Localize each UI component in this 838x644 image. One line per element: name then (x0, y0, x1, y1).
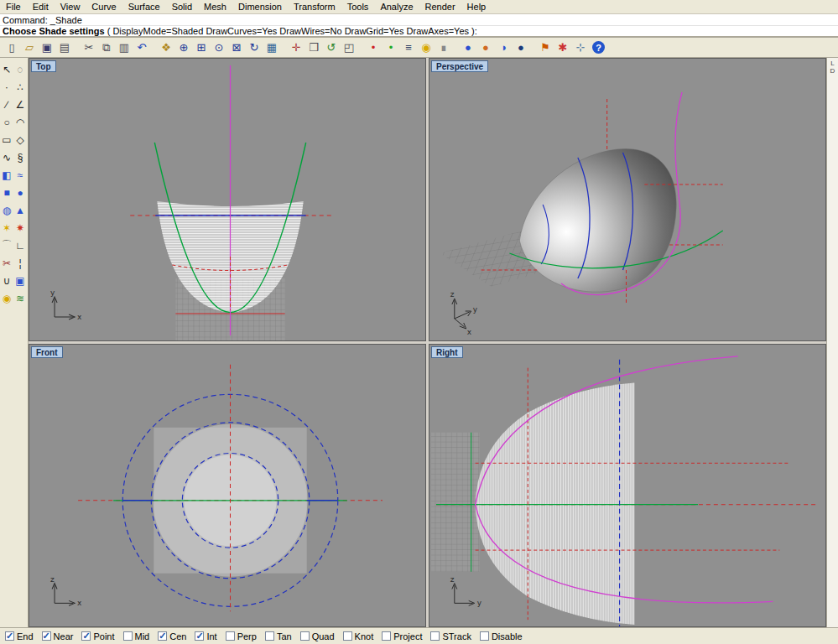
front-viewport-canvas[interactable]: z x (29, 345, 425, 626)
osnap-tan[interactable]: Tan (265, 631, 292, 641)
viewport-layout-icon[interactable]: ▦ (263, 39, 280, 56)
menu-analyze[interactable]: Analyze (374, 1, 419, 13)
osnap-checkbox[interactable] (195, 631, 204, 641)
menu-dimension[interactable]: Dimension (232, 1, 288, 13)
render-preview-icon[interactable]: ◑ (495, 39, 512, 56)
chamfer-icon[interactable]: ∟ (13, 236, 27, 254)
osnap-checkbox[interactable] (42, 631, 51, 641)
polygon-icon[interactable]: ◇ (13, 131, 27, 148)
osnap-project[interactable]: Project (382, 631, 422, 641)
menu-help[interactable]: Help (461, 1, 492, 13)
fillet-icon[interactable]: ⌒ (0, 236, 13, 254)
osnap-checkbox[interactable] (480, 631, 489, 641)
osnap-knot[interactable]: Knot (343, 631, 374, 641)
save-icon[interactable]: ▣ (39, 39, 55, 56)
split-icon[interactable]: ¦ (13, 254, 27, 272)
top-viewport-canvas[interactable]: y x (29, 59, 425, 340)
group-icon[interactable]: ▣ (13, 272, 27, 289)
osnap-checkbox[interactable] (226, 631, 235, 641)
surface-icon[interactable]: ◧ (0, 166, 13, 184)
red-point-icon[interactable]: • (365, 39, 382, 56)
help-icon[interactable]: ? (592, 41, 605, 54)
polyline-icon[interactable]: ∠ (13, 96, 27, 113)
rectangle-icon[interactable]: ▭ (0, 131, 13, 148)
panel-tab-label[interactable]: L (827, 60, 838, 67)
circle-icon[interactable]: ○ (0, 113, 13, 131)
copy-icon[interactable]: ⧉ (98, 39, 115, 56)
viewport-right[interactable]: Right (429, 344, 826, 627)
osnap-quad[interactable]: Quad (300, 631, 335, 641)
osnap-disable[interactable]: Disable (480, 631, 523, 641)
osnap-checkbox[interactable] (5, 631, 14, 641)
lock-icon[interactable]: ∎ (435, 39, 452, 56)
menu-curve[interactable]: Curve (86, 1, 122, 13)
menu-surface[interactable]: Surface (122, 1, 166, 13)
zoom-extents-icon[interactable]: ⊠ (228, 39, 245, 56)
viewport-tab-perspective[interactable]: Perspective (431, 60, 488, 72)
viewport-tab-front[interactable]: Front (31, 346, 63, 358)
loft-icon[interactable]: ≈ (13, 166, 27, 184)
freeform-curve-icon[interactable]: ∿ (0, 148, 13, 166)
hide-object-icon[interactable]: ◉ (0, 289, 13, 307)
menu-tools[interactable]: Tools (341, 1, 375, 13)
menu-render[interactable]: Render (419, 1, 461, 13)
undo-icon[interactable]: ↶ (133, 39, 150, 56)
hide-lightbulb-icon[interactable]: ◉ (418, 39, 435, 56)
viewport-perspective[interactable]: Perspective (429, 58, 826, 341)
osnap-mid[interactable]: Mid (123, 631, 150, 641)
osnap-checkbox[interactable] (382, 631, 391, 641)
new-file-icon[interactable]: ▯ (3, 39, 20, 56)
arc-icon[interactable]: ◠ (13, 113, 27, 131)
select-arrow-icon[interactable]: ↖ (0, 60, 13, 78)
open-folder-icon[interactable]: ▱ (21, 39, 38, 56)
mesh-surface-right[interactable] (476, 382, 635, 625)
osnap-checkbox[interactable] (430, 631, 440, 641)
box-icon[interactable]: ■ (0, 184, 13, 201)
boolean-icon[interactable]: ✶ (0, 219, 13, 236)
zoom-dynamic-icon[interactable]: ⊙ (211, 39, 227, 56)
helix-icon[interactable]: § (13, 148, 27, 166)
layers-icon[interactable]: ≡ (400, 39, 417, 56)
perspective-viewport-canvas[interactable]: z y x (429, 59, 825, 340)
osnap-point[interactable]: Point (81, 631, 114, 641)
osnap-checkbox[interactable] (265, 631, 274, 641)
osnap-near[interactable]: Near (42, 631, 74, 641)
rotate-view-icon[interactable]: ↻ (246, 39, 263, 56)
osnap-perp[interactable]: Perp (226, 631, 257, 641)
explode-icon[interactable]: ✷ (13, 219, 27, 236)
panel-tab-label[interactable]: D (827, 67, 838, 75)
gear-icon[interactable]: ✱ (554, 39, 571, 56)
viewport-tab-right[interactable]: Right (431, 346, 463, 358)
world-icon[interactable]: ● (513, 39, 529, 56)
right-viewport-canvas[interactable]: z y (429, 345, 825, 626)
move-icon[interactable]: ✛ (288, 39, 304, 56)
pan-icon[interactable]: ❖ (158, 39, 174, 56)
menu-view[interactable]: View (55, 1, 86, 13)
viewport-front[interactable]: Front z x (29, 344, 426, 627)
print-icon[interactable]: ▤ (56, 39, 73, 56)
cut-icon[interactable]: ✂ (81, 39, 97, 56)
copy-object-icon[interactable]: ❒ (305, 39, 322, 56)
menu-edit[interactable]: Edit (27, 1, 55, 13)
osnap-checkbox[interactable] (123, 631, 133, 641)
scale-icon[interactable]: ◰ (341, 39, 357, 56)
cone-icon[interactable]: ▲ (13, 201, 27, 219)
zoom-window-icon[interactable]: ⊞ (193, 39, 210, 56)
join-icon[interactable]: ∪ (0, 272, 13, 289)
osnap-end[interactable]: End (5, 631, 34, 641)
osnap-checkbox[interactable] (343, 631, 352, 641)
viewport-top[interactable]: Top (29, 58, 426, 341)
command-prompt-line[interactable]: Choose Shade settings ( DisplayMode=Shad… (0, 26, 838, 38)
line-icon[interactable]: ∕ (0, 96, 13, 113)
zoom-icon[interactable]: ⊕ (175, 39, 192, 56)
cylinder-icon[interactable]: ◍ (0, 201, 13, 219)
rotate-icon[interactable]: ↺ (323, 39, 340, 56)
menu-file[interactable]: File (0, 1, 27, 13)
osnap-checkbox[interactable] (158, 631, 167, 641)
point-icon[interactable]: ∙ (0, 78, 13, 96)
osnap-strack[interactable]: STrack (430, 631, 471, 641)
osnap-int[interactable]: Int (195, 631, 216, 641)
osnap-cen[interactable]: Cen (158, 631, 186, 641)
sphere-icon[interactable]: ● (13, 184, 27, 201)
shade-icon[interactable]: ● (460, 39, 476, 56)
